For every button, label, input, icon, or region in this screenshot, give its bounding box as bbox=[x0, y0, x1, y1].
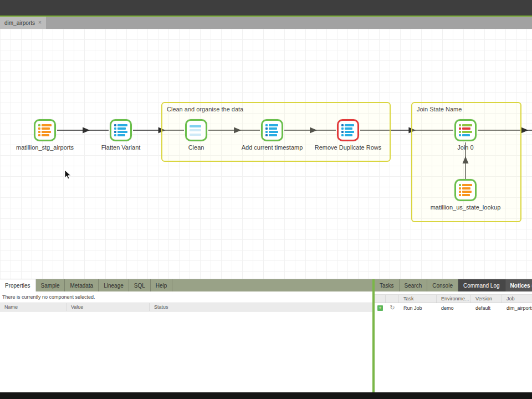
cell-environment: demo bbox=[437, 305, 471, 311]
tab-help[interactable]: Help bbox=[151, 279, 173, 291]
tab-dim-airports[interactable]: dim_airports × bbox=[0, 17, 46, 29]
column-header-version: Version bbox=[471, 295, 502, 303]
tab-sample[interactable]: Sample bbox=[36, 279, 65, 291]
tasks-table-header: TaskEnvironme...VersionJob bbox=[375, 294, 532, 303]
node-add_current_timestamp[interactable] bbox=[261, 119, 283, 141]
component-icon bbox=[454, 179, 477, 201]
running-spinner-icon: ↻ bbox=[390, 305, 395, 311]
column-header-value: Value bbox=[66, 303, 150, 311]
tab-lineage[interactable]: Lineage bbox=[99, 279, 129, 291]
cell-task: Run Job bbox=[399, 305, 437, 311]
bottom-panels: PropertiesSampleMetadataLineageSQLHelp T… bbox=[0, 279, 532, 392]
tab-tasks[interactable]: Tasks bbox=[375, 279, 400, 291]
properties-table-header: NameValueStatus bbox=[0, 303, 372, 311]
group-label: Join State Name bbox=[417, 106, 462, 112]
node-matillion_us_state_lookup[interactable] bbox=[454, 179, 477, 201]
tab-metadata[interactable]: Metadata bbox=[65, 279, 99, 291]
job-tab-label: dim_airports bbox=[4, 20, 35, 26]
expand-cell: + bbox=[375, 305, 386, 311]
tab-search[interactable]: Search bbox=[400, 279, 428, 291]
node-label-join_0: Join 0 bbox=[418, 144, 513, 151]
column-header-job: Job bbox=[502, 295, 532, 303]
group-label: Clean and organise the data bbox=[167, 106, 243, 112]
component-icon bbox=[261, 119, 283, 141]
column-header-environme: Environme... bbox=[437, 295, 471, 303]
matillion-app: dim_airports × Clean and organise the da… bbox=[0, 0, 532, 399]
cell-job: dim_airports bbox=[502, 305, 532, 311]
component-icon bbox=[185, 119, 207, 141]
tab-sql[interactable]: SQL bbox=[129, 279, 151, 291]
expand-plus-icon[interactable]: + bbox=[377, 305, 383, 311]
column-header-icon bbox=[375, 295, 386, 303]
node-flatten_variant[interactable] bbox=[110, 119, 132, 141]
bottom-bar bbox=[0, 392, 532, 399]
tasks-panel: TasksSearchConsoleCommand LogNotices (1)… bbox=[375, 279, 532, 392]
status-cell: ↻ bbox=[386, 305, 399, 311]
component-icon bbox=[110, 119, 132, 141]
no-component-message: There is currently no component selected… bbox=[0, 291, 372, 303]
column-header-task: Task bbox=[399, 295, 437, 303]
node-label-matillion_us_state_lookup: matillion_us_state_lookup bbox=[418, 204, 513, 211]
component-icon bbox=[34, 119, 56, 141]
mouse-cursor bbox=[65, 170, 72, 182]
component-icon bbox=[454, 119, 477, 141]
tasks-tabbar: TasksSearchConsoleCommand LogNotices (1) bbox=[375, 279, 532, 291]
properties-panel: PropertiesSampleMetadataLineageSQLHelp T… bbox=[0, 279, 372, 392]
node-label-remove_duplicate_rows: Remove Duplicate Rows bbox=[301, 144, 395, 151]
node-matillion_stg_airports[interactable] bbox=[34, 119, 56, 141]
node-remove_duplicate_rows[interactable] bbox=[337, 119, 359, 141]
column-header-icon bbox=[386, 295, 399, 303]
tab-notices-1[interactable]: Notices (1) bbox=[505, 279, 532, 291]
job-canvas[interactable]: Clean and organise the dataJoin State Na… bbox=[0, 29, 532, 279]
column-header-name: Name bbox=[0, 303, 66, 311]
tab-console[interactable]: Console bbox=[427, 279, 458, 291]
node-join_0[interactable] bbox=[454, 119, 477, 141]
tab-properties[interactable]: Properties bbox=[0, 279, 36, 291]
tab-command-log[interactable]: Command Log bbox=[458, 279, 505, 291]
node-clean[interactable] bbox=[185, 119, 207, 141]
tasks-table-body: +↻Run Jobdemodefaultdim_airports bbox=[375, 303, 532, 313]
component-icon bbox=[337, 119, 359, 141]
column-header-status: Status bbox=[150, 303, 372, 311]
properties-tabbar: PropertiesSampleMetadataLineageSQLHelp bbox=[0, 279, 372, 291]
cell-version: default bbox=[471, 305, 502, 311]
task-row[interactable]: +↻Run Jobdemodefaultdim_airports bbox=[375, 303, 532, 313]
titlebar bbox=[0, 0, 532, 16]
job-tabstrip: dim_airports × bbox=[0, 17, 532, 29]
close-icon[interactable]: × bbox=[38, 20, 42, 25]
